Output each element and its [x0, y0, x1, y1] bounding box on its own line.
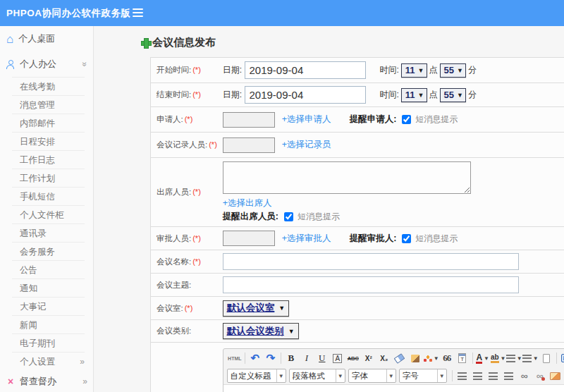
unordered-list-button[interactable]: ▼ — [522, 351, 539, 365]
align-center-button[interactable] — [470, 369, 486, 383]
editor-toolbar-row1: HTML ↶ ↷ B I U A ABC X² X₂ ▼ — [223, 349, 564, 367]
attendee-textarea[interactable] — [223, 161, 471, 194]
start-date-input[interactable] — [245, 61, 366, 79]
sidebar-item-conference-service[interactable]: 会务服务 — [12, 243, 85, 261]
undo-button[interactable]: ↶ — [247, 351, 263, 365]
approver-input[interactable] — [223, 231, 275, 246]
strikethrough-button[interactable]: ABC — [345, 351, 361, 365]
time-label: 时间: — [380, 89, 399, 101]
meeting-name-input[interactable] — [223, 253, 519, 270]
html-source-button[interactable]: HTML — [227, 351, 243, 365]
sidebar-item-e-journal[interactable]: 电子期刊 — [12, 334, 85, 353]
sidebar-item-notice[interactable]: 通知 — [12, 279, 85, 298]
select-applicant-link[interactable]: +选择申请人 — [282, 114, 331, 125]
dropdown-arrow-icon: ▼ — [457, 92, 463, 99]
sidebar-item-mobile-sms[interactable]: 手机短信 — [12, 188, 85, 206]
highlight-color-button[interactable]: ab▼ — [491, 351, 506, 365]
align-left-button[interactable] — [455, 369, 470, 383]
attendee-sms-checkbox[interactable] — [284, 212, 293, 221]
sidebar-item-supervision[interactable]: × 督查督办 » — [0, 371, 93, 392]
sidebar-item-personal-office[interactable]: 个人办公 » — [0, 51, 93, 77]
select-approver-link[interactable]: +选择审批人 — [282, 233, 331, 245]
select-recorder-link[interactable]: +选择记录员 — [282, 139, 331, 151]
dropdown-arrow-icon: ▼ — [418, 92, 424, 99]
meeting-subject-input[interactable] — [223, 276, 519, 293]
bold-button[interactable]: B — [283, 351, 299, 365]
home-icon: ⌂ — [6, 33, 13, 45]
underline-button[interactable]: U — [314, 351, 330, 365]
superscript-button[interactable]: X² — [361, 351, 376, 365]
select-attendee-link[interactable]: +选择出席人 — [223, 198, 272, 208]
sidebar-item-work-log[interactable]: 工作日志 — [12, 151, 85, 169]
sidebar-item-work-plan[interactable]: 工作计划 — [12, 169, 85, 188]
emoticons-button[interactable]: ▼ — [423, 351, 439, 365]
unlink-button[interactable]: ∞ — [532, 369, 548, 383]
user-icon — [6, 60, 15, 69]
link-icon: ∞ — [521, 370, 528, 381]
unlink-icon: ∞ — [537, 370, 544, 381]
eraser-icon — [394, 353, 405, 364]
font-family-select[interactable]: 字体▼ — [348, 369, 396, 383]
start-minute-select[interactable]: 55▼ — [440, 63, 466, 78]
sms-hint-label: 短消息提示 — [298, 211, 340, 223]
ordered-list-button[interactable]: ▼ — [506, 351, 522, 365]
font-color-button[interactable]: A▼ — [475, 351, 491, 365]
meeting-room-label: 会议室:(*) — [151, 297, 217, 320]
meeting-room-select[interactable]: 默认会议室▼ — [223, 300, 289, 317]
editor-content-area[interactable] — [223, 384, 564, 392]
start-time-label: 开始时间:(*) — [151, 58, 217, 83]
main-content: 会议信息发布 开始时间:(*) 日期: 时间: 11▼ 点 55▼ 分 结束时间… — [94, 26, 564, 392]
recorder-input[interactable] — [223, 137, 275, 153]
meeting-category-select[interactable]: 默认会议类别▼ — [223, 323, 299, 339]
applicant-sms-checkbox[interactable] — [402, 115, 411, 124]
subscript-button[interactable]: X₂ — [376, 351, 392, 365]
format-brush-button[interactable] — [407, 351, 423, 365]
editor-toolbar-row2: 自定义标题▼ 段落格式▼ 字体▼ 字号▼ ∞ ∞ — [223, 367, 564, 384]
end-date-input[interactable] — [245, 86, 366, 104]
sidebar-item-personal-cabinet[interactable]: 个人文件柜 — [12, 206, 85, 224]
paragraph-format-select[interactable]: 段落格式▼ — [289, 369, 345, 383]
dropdown-arrow-icon: ▼ — [457, 67, 463, 74]
approver-label: 审批人员:(*) — [151, 227, 217, 250]
rich-text-editor: HTML ↶ ↷ B I U A ABC X² X₂ ▼ — [223, 348, 564, 392]
align-right-button[interactable] — [486, 369, 501, 383]
font-size-select[interactable]: 字号▼ — [399, 369, 447, 383]
sidebar-item-news[interactable]: 新闻 — [12, 316, 85, 334]
sidebar-submenu: 在线考勤 消息管理 内部邮件 日程安排 工作日志 工作计划 手机短信 个人文件柜… — [12, 77, 85, 371]
sms-hint-label: 短消息提示 — [415, 233, 458, 245]
applicant-input[interactable] — [223, 112, 275, 128]
end-minute-select[interactable]: 55▼ — [440, 88, 466, 102]
hamburger-menu-icon[interactable] — [133, 8, 144, 18]
brush-icon — [411, 355, 419, 362]
dropdown-arrow-icon: ▼ — [533, 355, 539, 362]
align-justify-button[interactable] — [501, 369, 517, 383]
heading-style-select[interactable]: 自定义标题▼ — [227, 369, 286, 383]
sidebar-item-schedule[interactable]: 日程安排 — [12, 133, 85, 151]
align-justify-icon — [504, 372, 513, 380]
paste-as-text-button[interactable] — [455, 351, 470, 365]
approver-sms-checkbox[interactable] — [402, 234, 411, 243]
meeting-subject-label: 会议主题: — [151, 274, 217, 297]
new-page-button[interactable] — [539, 351, 554, 365]
blockquote-button[interactable]: 66 — [439, 351, 455, 365]
sidebar-item-personal-desktop[interactable]: ⌂ 个人桌面 — [0, 26, 93, 51]
redo-button[interactable]: ↷ — [263, 351, 278, 365]
remove-format-button[interactable] — [392, 351, 407, 365]
page-title: 会议信息发布 — [141, 36, 564, 49]
sidebar-item-internal-mail[interactable]: 内部邮件 — [12, 114, 85, 133]
sidebar-item-contacts[interactable]: 通讯录 — [12, 224, 85, 243]
italic-button[interactable]: I — [299, 351, 314, 365]
insert-link-button[interactable]: ∞ — [517, 369, 532, 383]
sidebar-item-message-management[interactable]: 消息管理 — [12, 96, 85, 114]
insert-image-button[interactable] — [548, 369, 563, 383]
end-hour-select[interactable]: 11▼ — [401, 88, 427, 102]
dropdown-arrow-icon: ▼ — [418, 67, 424, 74]
sidebar-item-personal-settings[interactable]: 个人设置» — [12, 353, 85, 371]
sidebar-item-online-attendance[interactable]: 在线考勤 — [12, 78, 85, 96]
sidebar-item-announcement[interactable]: 公告 — [12, 261, 85, 279]
sidebar-item-major-events[interactable]: 大事记 — [12, 298, 85, 316]
fullscreen-button[interactable] — [559, 351, 564, 365]
char-border-button[interactable]: A — [330, 351, 345, 365]
meeting-name-label: 会议名称:(*) — [151, 250, 217, 274]
start-hour-select[interactable]: 11▼ — [401, 63, 427, 78]
